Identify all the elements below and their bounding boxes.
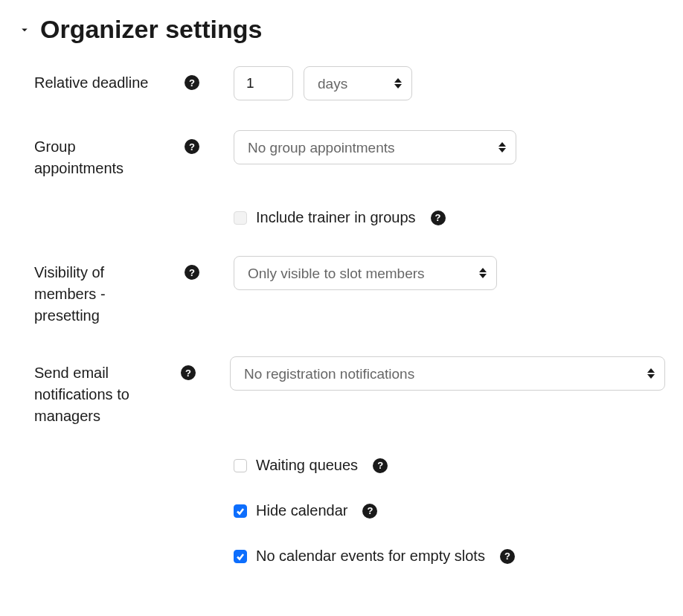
hide-calendar-label: Hide calendar: [256, 502, 347, 519]
relative-deadline-input[interactable]: [234, 66, 293, 100]
row-checkbox-group: Waiting queues ? Hide calendar ? No cale…: [18, 457, 665, 565]
row-relative-deadline: Relative deadline ? days: [18, 66, 665, 100]
control-col: No group appointments: [205, 130, 665, 164]
label-col: Group appointments ?: [34, 130, 205, 179]
relative-deadline-unit-select[interactable]: days: [304, 66, 412, 100]
no-calendar-events-checkbox[interactable]: [234, 550, 247, 563]
checkbox-group: Waiting queues ? Hide calendar ? No cale…: [234, 457, 515, 565]
hide-calendar-checkbox[interactable]: [234, 504, 247, 518]
waiting-queues-label: Waiting queues: [256, 457, 358, 474]
group-appointments-wrapper: No group appointments: [234, 130, 516, 164]
label-col: Send email notifications to managers ?: [34, 356, 202, 427]
help-icon[interactable]: ?: [362, 504, 377, 519]
help-icon[interactable]: ?: [185, 75, 199, 90]
row-include-trainer: Include trainer in groups ?: [18, 209, 665, 226]
label-col: Visibility of members - presetting ?: [34, 256, 205, 327]
help-icon[interactable]: ?: [431, 211, 446, 225]
no-calendar-events-label: No calendar events for empty slots: [256, 548, 485, 565]
label-visibility: Visibility of members - presetting: [34, 262, 168, 327]
checkbox-row-waiting-queues: Waiting queues ?: [234, 457, 515, 474]
section-header: Organizer settings: [18, 15, 665, 44]
control-col: days: [205, 66, 665, 100]
control-col: Include trainer in groups ?: [34, 209, 665, 226]
label-relative-deadline: Relative deadline: [34, 72, 148, 94]
help-icon[interactable]: ?: [185, 265, 199, 280]
checkbox-row-include-trainer: Include trainer in groups ?: [234, 209, 446, 226]
label-group-appointments: Group appointments: [34, 136, 168, 179]
relative-deadline-unit-wrapper: days: [304, 66, 412, 100]
email-notifications-wrapper: No registration notifications: [230, 356, 665, 391]
checkbox-row-no-calendar-events: No calendar events for empty slots ?: [234, 548, 515, 565]
email-notifications-select[interactable]: No registration notifications: [230, 356, 665, 391]
checkbox-row-hide-calendar: Hide calendar ?: [234, 502, 515, 519]
visibility-select[interactable]: Only visible to slot members: [234, 256, 497, 290]
label-email-notifications: Send email notifications to managers: [34, 362, 168, 427]
row-visibility: Visibility of members - presetting ? Onl…: [18, 256, 665, 327]
visibility-wrapper: Only visible to slot members: [234, 256, 497, 290]
control-col: No registration notifications: [202, 356, 665, 391]
chevron-down-icon[interactable]: [18, 23, 31, 36]
help-icon[interactable]: ?: [500, 549, 515, 564]
label-col: Relative deadline ?: [34, 66, 205, 94]
row-email-notifications: Send email notifications to managers ? N…: [18, 356, 665, 427]
section-title: Organizer settings: [40, 15, 263, 44]
help-icon[interactable]: ?: [373, 458, 388, 473]
waiting-queues-checkbox[interactable]: [234, 459, 247, 472]
include-trainer-label: Include trainer in groups: [256, 209, 416, 226]
control-col: Only visible to slot members: [205, 256, 665, 290]
help-icon[interactable]: ?: [185, 139, 199, 154]
group-appointments-select[interactable]: No group appointments: [234, 130, 516, 164]
include-trainer-checkbox: [234, 211, 247, 225]
row-group-appointments: Group appointments ? No group appointmen…: [18, 130, 665, 179]
control-col: Waiting queues ? Hide calendar ? No cale…: [34, 457, 665, 565]
help-icon[interactable]: ?: [181, 365, 196, 380]
